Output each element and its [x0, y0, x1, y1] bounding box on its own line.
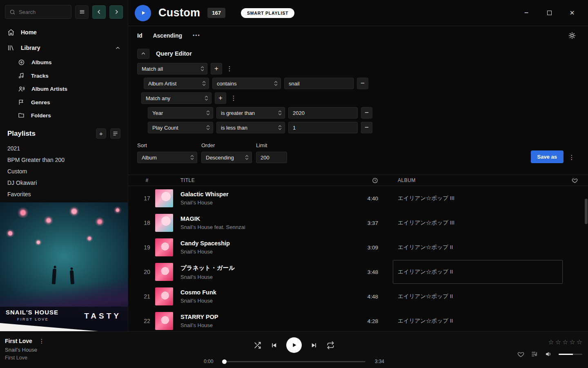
next-button[interactable] [311, 342, 318, 349]
sort-direction-button[interactable]: Ascending [153, 32, 182, 39]
star-icon[interactable]: ☆ [577, 338, 582, 346]
sidebar-item-genres[interactable]: Genres [0, 96, 128, 109]
match-mode-select[interactable]: Match any [141, 92, 212, 104]
group-menu-button[interactable]: ⋮ [225, 63, 234, 74]
minimize-button[interactable]: − [521, 8, 532, 18]
volume-button[interactable] [545, 350, 552, 358]
shuffle-icon [254, 341, 261, 349]
table-row[interactable]: 18 MAGIK Snail's House feat. Sennzai 3:3… [128, 211, 588, 235]
sidebar-item-library[interactable]: Library [0, 40, 128, 56]
limit-input[interactable] [256, 152, 287, 163]
chevron-up-icon [141, 51, 146, 56]
sidebar-item-album-artists[interactable]: Album Artists [0, 82, 128, 96]
shuffle-button[interactable] [254, 341, 261, 349]
sidebar-item-albums[interactable]: Albums [0, 56, 128, 69]
volume-icon [545, 350, 552, 358]
track-album-focused[interactable]: エイリアン☆ポップ II [398, 268, 561, 276]
play-pause-button[interactable] [286, 337, 302, 353]
track-album: エイリアン☆ポップ III [398, 195, 561, 202]
column-favorite[interactable] [561, 177, 588, 184]
sidebar-item-folders[interactable]: Folders [0, 109, 128, 122]
volume-slider[interactable] [559, 354, 582, 355]
queue-icon [531, 350, 538, 358]
seek-bar[interactable] [223, 361, 365, 362]
track-list: 17 Galactic Whisper Snail's House 4:40 エ… [128, 186, 588, 331]
group-menu-button[interactable]: ⋮ [229, 92, 238, 104]
updown-icon [245, 155, 249, 160]
queue-button[interactable] [531, 350, 538, 358]
more-options-button[interactable]: ••• [193, 33, 200, 38]
table-row[interactable]: 21 Cosmo Funk Snail's House 4:48 エイリアン☆ポ… [128, 284, 588, 309]
search-icon [9, 9, 16, 15]
column-duration[interactable] [354, 177, 379, 184]
order-select[interactable]: Descending [201, 152, 252, 163]
save-as-button[interactable]: Save as [531, 150, 564, 163]
sort-select[interactable]: Album [137, 152, 197, 163]
table-row[interactable]: 20 プラネット・ガール Snail's House 3:48 エイリアン☆ポッ… [128, 260, 588, 284]
track-menu-button[interactable]: ⋮ [39, 338, 45, 344]
rule-value-input[interactable] [288, 107, 358, 119]
rule-field-select[interactable]: Year [148, 107, 213, 119]
play-playlist-button[interactable] [135, 5, 151, 21]
add-rule-button[interactable]: + [215, 92, 226, 104]
remove-rule-button[interactable]: − [361, 107, 372, 119]
playlist-list-button[interactable] [110, 128, 120, 139]
remove-rule-button[interactable]: − [361, 122, 372, 133]
now-playing-album: First Love [5, 355, 45, 361]
rule-field-select[interactable]: Play Count [148, 122, 213, 133]
star-icon[interactable]: ☆ [555, 338, 561, 346]
maximize-button[interactable] [544, 8, 555, 18]
star-icon[interactable]: ☆ [569, 338, 575, 346]
sidebar-item-tracks[interactable]: Tracks [0, 69, 128, 82]
chevron-up-icon[interactable] [115, 45, 120, 51]
match-mode-select[interactable]: Match all [137, 63, 207, 74]
forward-button[interactable] [109, 5, 123, 19]
rule-operator-select[interactable]: is less than [216, 122, 285, 133]
scrollbar-thumb[interactable] [585, 199, 588, 224]
menu-button[interactable] [75, 5, 89, 19]
favorite-button[interactable] [517, 351, 524, 358]
skip-previous-icon [270, 342, 277, 349]
album-art-thumbnail [155, 189, 173, 207]
remove-rule-button[interactable]: − [357, 78, 368, 89]
limit-label: Limit [256, 142, 287, 148]
table-row[interactable]: 17 Galactic Whisper Snail's House 4:40 エ… [128, 186, 588, 211]
close-button[interactable]: × [567, 8, 577, 18]
album-art-thumbnail [155, 238, 173, 256]
add-rule-button[interactable]: + [211, 63, 222, 74]
playlist-item[interactable]: Custom [7, 166, 120, 177]
save-menu-button[interactable]: ⋮ [568, 152, 576, 163]
collapse-query-editor-button[interactable] [137, 49, 149, 59]
now-playing-artwork[interactable]: SNAIL'S HOUSE FIRST LOVE TASTY [0, 202, 128, 331]
sort-field-button[interactable]: Id [137, 32, 142, 39]
search-input[interactable] [19, 9, 67, 15]
flag-icon [18, 99, 24, 105]
column-number[interactable]: # [139, 177, 155, 183]
table-row[interactable]: 19 Candy Spaceship Snail's House 3:09 エイ… [128, 235, 588, 260]
search-box[interactable] [5, 5, 71, 19]
playlists-title: Playlists [7, 130, 36, 138]
settings-button[interactable] [568, 32, 576, 39]
star-icon[interactable]: ☆ [548, 338, 554, 346]
rule-operator-select[interactable]: is greater than [216, 107, 285, 119]
seek-handle[interactable] [222, 359, 227, 364]
sort-label: Sort [137, 142, 197, 148]
playlist-item[interactable]: 2021 [7, 143, 120, 154]
back-button[interactable] [92, 5, 106, 19]
playlist-item[interactable]: Favorites [7, 188, 120, 200]
add-playlist-button[interactable]: + [96, 128, 106, 139]
repeat-button[interactable] [327, 341, 334, 349]
table-row[interactable]: 22 STARRY POP Snail's House 4:28 エイリアン☆ポ… [128, 309, 588, 331]
column-album[interactable]: ALBUM [398, 177, 561, 183]
sidebar-item-home[interactable]: Home [0, 25, 128, 40]
rule-field-select[interactable]: Album Artist [144, 78, 209, 89]
rule-value-input[interactable] [284, 78, 354, 89]
column-title[interactable]: TITLE [180, 177, 354, 183]
star-icon[interactable]: ☆ [562, 338, 568, 346]
previous-button[interactable] [270, 342, 277, 349]
playlist-item[interactable]: DJ Okawari [7, 177, 120, 188]
track-title: Candy Spaceship [180, 240, 354, 247]
rule-value-input[interactable] [288, 122, 358, 133]
rule-operator-select[interactable]: contains [212, 78, 281, 89]
playlist-item[interactable]: BPM Greater than 200 [7, 154, 120, 166]
